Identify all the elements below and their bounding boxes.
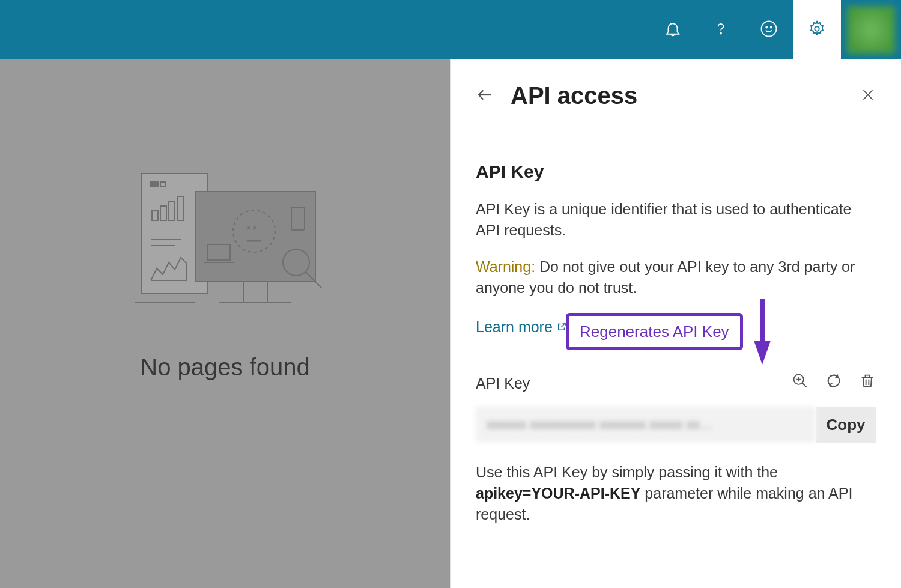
help-button[interactable] (697, 0, 745, 59)
trash-icon (859, 375, 876, 392)
api-key-label-row: API Key (476, 372, 876, 395)
svg-rect-6 (151, 182, 158, 187)
content-backdrop: x x No pages found (0, 59, 450, 588)
svg-point-3 (771, 26, 772, 28)
api-key-warning: Warning: Do not give out your API key to… (476, 256, 876, 299)
panel-title: API access (511, 82, 860, 109)
learn-more-row: Learn more Regenerates API Key (476, 317, 876, 338)
settings-button[interactable] (793, 0, 841, 59)
usage-instructions: Use this API Key by simply passing it wi… (476, 462, 876, 525)
regenerate-key-button[interactable] (825, 372, 842, 395)
bell-icon (664, 20, 682, 40)
api-key-value-row: xxxxxx xxxxxxxxxx xxxxxxx xxxxx xx… Copy (476, 407, 876, 443)
empty-state-illustration: x x (123, 168, 327, 318)
annotation-arrow-icon (750, 299, 774, 376)
notifications-button[interactable] (649, 0, 697, 59)
header-icon-group (649, 0, 901, 59)
usage-prefix: Use this API Key by simply passing it wi… (476, 464, 778, 480)
question-icon (712, 20, 730, 40)
annotation-callout: Regenerates API Key (566, 313, 743, 350)
refresh-icon (825, 375, 842, 392)
close-icon (860, 94, 876, 105)
usage-param: apikey=YOUR-API-KEY (476, 485, 640, 502)
svg-point-1 (762, 21, 777, 36)
close-button[interactable] (860, 87, 876, 105)
api-key-heading: API Key (476, 159, 876, 184)
learn-more-link[interactable]: Learn more (476, 317, 567, 338)
panel-body: API Key API Key is a unique identifier t… (450, 130, 901, 525)
back-button[interactable] (476, 86, 494, 106)
delete-key-button[interactable] (859, 372, 876, 395)
svg-point-4 (815, 26, 819, 31)
magnify-plus-icon (792, 375, 808, 392)
app-header (0, 0, 901, 59)
api-key-actions (792, 372, 876, 395)
api-key-label: API Key (476, 373, 530, 394)
side-panel: API access API Key API Key is a unique i… (450, 59, 901, 588)
svg-line-31 (802, 383, 807, 387)
api-key-value[interactable]: xxxxxx xxxxxxxxxx xxxxxxx xxxxx xx… (476, 407, 816, 443)
svg-point-2 (766, 26, 767, 28)
learn-more-text: Learn more (476, 317, 553, 338)
svg-text:x  x: x x (247, 223, 257, 232)
smile-icon (760, 20, 778, 40)
warning-label: Warning: (476, 258, 535, 275)
feedback-button[interactable] (745, 0, 793, 59)
gear-icon (808, 20, 826, 40)
copy-button[interactable]: Copy (816, 407, 876, 443)
panel-header: API access (450, 59, 901, 130)
main-area: x x No pages found (0, 59, 901, 588)
svg-point-0 (720, 32, 721, 34)
user-avatar[interactable] (847, 6, 895, 54)
zoom-key-button[interactable] (792, 372, 808, 395)
arrow-left-icon (476, 95, 494, 106)
api-key-description: API Key is a unique identifier that is u… (476, 199, 876, 241)
empty-state-text: No pages found (140, 354, 309, 381)
svg-rect-14 (195, 192, 315, 282)
